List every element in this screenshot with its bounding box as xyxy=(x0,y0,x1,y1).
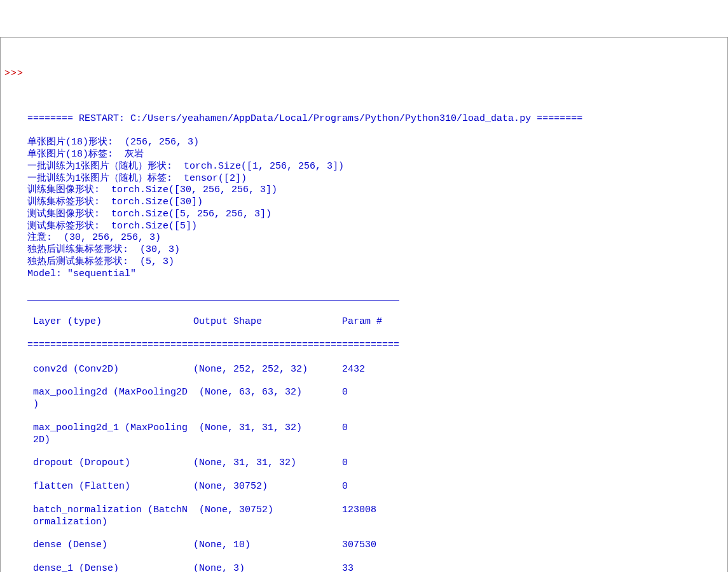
output-line: 训练集标签形状: torch.Size([30]) xyxy=(27,197,722,209)
output-line: 训练集图像形状: torch.Size([30, 256, 256, 3]) xyxy=(27,185,722,197)
table-row: 2D) xyxy=(27,435,722,447)
table-row: max_pooling2d_1 (MaxPooling (None, 31, 3… xyxy=(27,422,722,435)
separator-thick: ========================================… xyxy=(27,340,722,352)
output-line: Model: "sequential" xyxy=(27,269,722,281)
output-line: 测试集图像形状: torch.Size([5, 256, 256, 3]) xyxy=(27,209,722,221)
table-row: ormalization) xyxy=(27,517,722,529)
table-row xyxy=(27,552,722,563)
table-row xyxy=(27,446,722,457)
output-line: 一批训练为1张图片（随机）形状: torch.Size([1, 256, 256… xyxy=(27,161,722,173)
table-row xyxy=(27,493,722,505)
table-row: dense (Dense) (None, 10) 307530 xyxy=(27,540,722,552)
output-line: 注意: (30, 256, 256, 3) xyxy=(27,232,722,244)
output-line: 测试集标签形状: torch.Size([5]) xyxy=(27,221,722,233)
shell-content[interactable]: >>> ======== RESTART: C:/Users/yeahamen/… xyxy=(1,62,727,572)
table-row: conv2d (Conv2D) (None, 252, 252, 32) 243… xyxy=(27,364,722,376)
model-summary-table: conv2d (Conv2D) (None, 252, 252, 32) 243… xyxy=(27,364,722,573)
preamble-block: 单张图片(18)形状: (256, 256, 3)单张图片(18)标签: 灰岩一… xyxy=(27,137,722,280)
output-line: 单张图片(18)标签: 灰岩 xyxy=(27,149,722,161)
table-row: dense_1 (Dense) (None, 3) 33 xyxy=(27,563,722,572)
table-row xyxy=(27,411,722,422)
restart-line: ======== RESTART: C:/Users/yeahamen/AppD… xyxy=(27,113,722,125)
separator-thin: ________________________________________… xyxy=(27,292,722,304)
table-row xyxy=(27,375,722,387)
table-row xyxy=(27,528,722,540)
table-row: flatten (Flatten) (None, 30752) 0 xyxy=(27,481,722,493)
table-row: max_pooling2d (MaxPooling2D (None, 63, 6… xyxy=(27,387,722,399)
output-line: 独热后训练集标签形状: (30, 3) xyxy=(27,244,722,256)
table-row: batch_normalization (BatchN (None, 30752… xyxy=(27,505,722,517)
output-line: 独热后测试集标签形状: (5, 3) xyxy=(27,256,722,269)
idle-shell-window: >>> ======== RESTART: C:/Users/yeahamen/… xyxy=(0,37,728,572)
output-line: 一批训练为1张图片（随机）标签: tensor([2]) xyxy=(27,173,722,185)
table-row xyxy=(27,470,722,481)
table-row: ) xyxy=(27,399,722,411)
output-line: 单张图片(18)形状: (256, 256, 3) xyxy=(27,137,722,149)
table-header: Layer (type) Output Shape Param # xyxy=(27,316,722,328)
table-row: dropout (Dropout) (None, 31, 31, 32) 0 xyxy=(27,457,722,470)
prompt-marker: >>> xyxy=(4,68,24,80)
output-area: ======== RESTART: C:/Users/yeahamen/AppD… xyxy=(27,101,722,572)
